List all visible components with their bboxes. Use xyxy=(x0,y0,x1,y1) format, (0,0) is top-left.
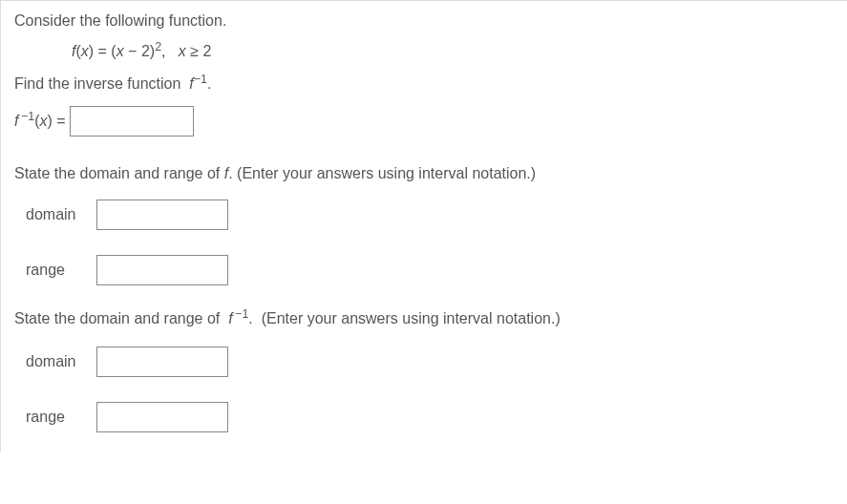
sec-f-prefix: State the domain and range of xyxy=(14,165,224,181)
sec-f-suffix: . (Enter your answers using interval not… xyxy=(228,165,536,181)
x-var: x xyxy=(81,43,89,59)
minus-2-close: − 2) xyxy=(124,43,155,59)
intro-text: Consider the following function. xyxy=(14,12,834,30)
cond-ge-2: ≥ 2 xyxy=(186,43,212,59)
range-label-finv: range xyxy=(26,409,93,426)
f-domain-input[interactable] xyxy=(96,200,228,230)
inverse-function-input[interactable] xyxy=(70,106,194,136)
f-range-row: range xyxy=(26,255,834,285)
finv-domain-input[interactable] xyxy=(96,346,228,377)
sec-finv-suffix: . (Enter your answers using interval not… xyxy=(248,310,560,326)
domain-label-finv: domain xyxy=(26,353,93,370)
range-label-f: range xyxy=(26,262,93,279)
label-close: ) = xyxy=(48,113,66,129)
period: . xyxy=(207,75,211,92)
label-sup: −1 xyxy=(18,110,34,123)
sec-finv-sup: −1 xyxy=(233,307,249,321)
inverse-label: f −1(x) = xyxy=(14,113,66,130)
sec-finv-prefix: State the domain and range of xyxy=(14,310,228,326)
finv-range-row: range xyxy=(26,402,834,432)
function-definition: f(x) = (x − 2)2, x ≥ 2 xyxy=(72,43,834,60)
inverse-answer-row: f −1(x) = xyxy=(14,106,834,136)
cond-x: x xyxy=(179,43,186,59)
section-finv-header: State the domain and range of f −1. (Ent… xyxy=(14,310,834,327)
find-inverse-instruction: Find the inverse function f−1. xyxy=(14,75,834,93)
sec-finv-f: f xyxy=(228,310,232,326)
exponent-2: 2 xyxy=(155,40,161,53)
equals-part: ) = ( xyxy=(89,43,116,59)
domain-label-f: domain xyxy=(26,206,93,223)
find-prefix: Find the inverse function xyxy=(14,75,189,92)
f-range-input[interactable] xyxy=(96,255,228,285)
comma-sep: , xyxy=(161,43,179,59)
label-x: x xyxy=(40,113,48,129)
f-domain-row: domain xyxy=(26,200,834,230)
f-italic: f xyxy=(189,75,193,92)
sup-neg1: −1 xyxy=(194,73,207,86)
section-f-header: State the domain and range of f. (Enter … xyxy=(14,165,834,182)
finv-range-input[interactable] xyxy=(96,402,228,432)
inner-x: x xyxy=(116,43,124,59)
finv-domain-row: domain xyxy=(26,346,834,377)
